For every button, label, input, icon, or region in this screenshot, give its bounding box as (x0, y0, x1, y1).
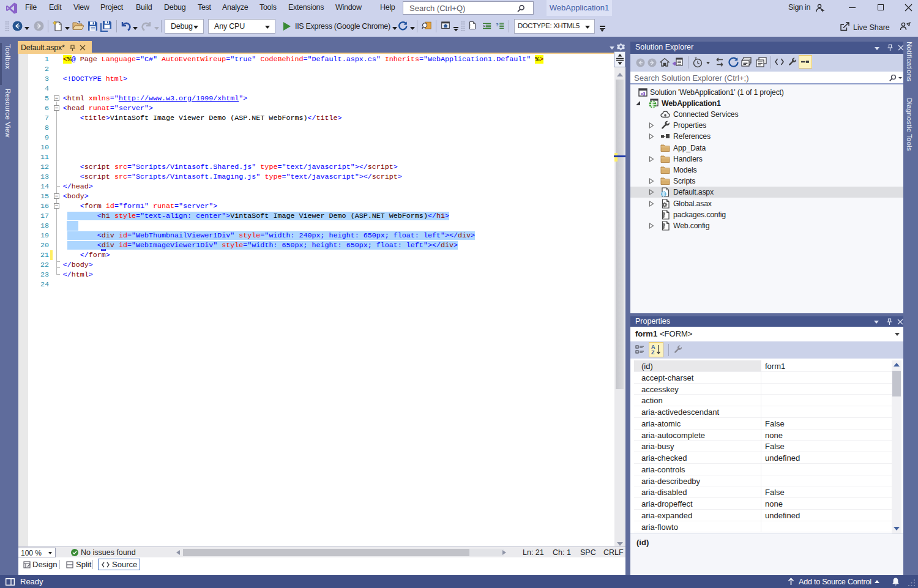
svg-text:Z: Z (651, 349, 655, 355)
svg-text:?: ? (496, 22, 499, 28)
